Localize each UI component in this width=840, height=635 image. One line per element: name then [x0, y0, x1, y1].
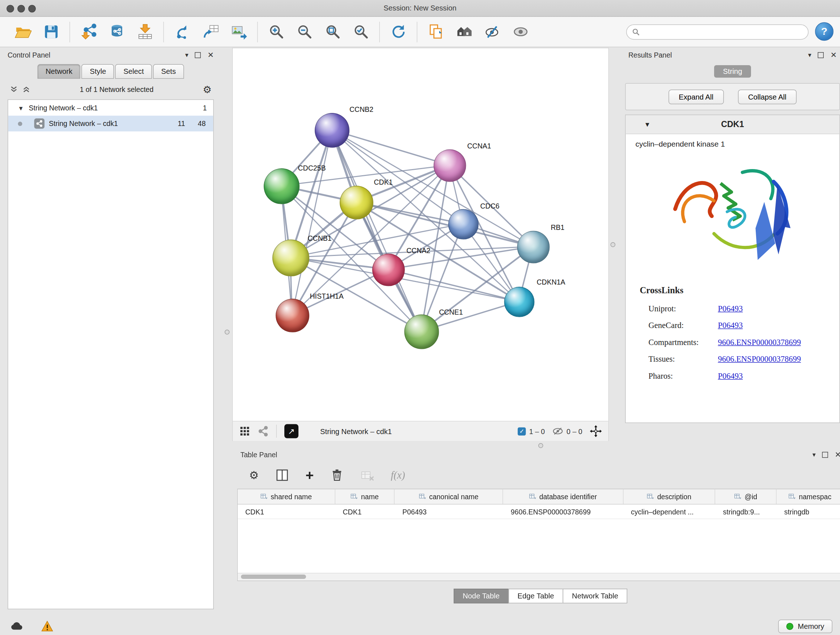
- import-network-database-button[interactable]: [103, 20, 131, 44]
- network-node-cdkn1a[interactable]: [504, 287, 535, 317]
- tab-style[interactable]: Style: [82, 64, 114, 79]
- string-tab[interactable]: String: [714, 65, 751, 78]
- memory-button[interactable]: Memory: [778, 619, 832, 633]
- expand-all-button[interactable]: Expand All: [668, 89, 724, 104]
- cloud-status-button[interactable]: [8, 620, 26, 633]
- function-builder-icon[interactable]: f(x): [391, 469, 405, 481]
- show-hide-panel-button[interactable]: [507, 20, 535, 44]
- network-mode-icon[interactable]: [258, 426, 269, 437]
- network-row-selected[interactable]: String Network – cdk1 11 48: [8, 116, 213, 132]
- horizontal-scrollbar[interactable]: [238, 573, 840, 581]
- new-network-selection-button[interactable]: [168, 20, 196, 44]
- network-node-cdk1[interactable]: [340, 186, 373, 219]
- column-header-description[interactable]: description: [623, 489, 715, 504]
- birdseye-view-button[interactable]: ↗: [284, 424, 298, 439]
- crosslink-link[interactable]: P06493: [718, 304, 743, 314]
- tab-select[interactable]: Select: [115, 64, 152, 79]
- panel-menu-icon[interactable]: ▾: [808, 51, 812, 59]
- open-session-button[interactable]: [9, 20, 37, 44]
- copy-document-button[interactable]: [422, 20, 450, 44]
- table-cell[interactable]: stringdb: [777, 505, 840, 519]
- float-panel-icon[interactable]: [822, 451, 829, 458]
- network-options-gear-icon[interactable]: ⚙: [203, 83, 212, 95]
- new-network-table-button[interactable]: [196, 20, 225, 44]
- save-session-button[interactable]: [37, 20, 65, 44]
- close-panel-icon[interactable]: ✕: [835, 450, 840, 459]
- table-cell[interactable]: stringdb:9...: [715, 505, 777, 519]
- table-cell[interactable]: CDK1: [335, 505, 395, 519]
- column-header-name[interactable]: name: [335, 489, 395, 504]
- column-header-database-identifier[interactable]: database identifier: [503, 489, 623, 504]
- float-panel-icon[interactable]: [195, 52, 201, 58]
- close-panel-icon[interactable]: ✕: [830, 51, 837, 59]
- grid-mode-icon[interactable]: [240, 426, 250, 437]
- network-node-hist1h1a[interactable]: [276, 299, 309, 333]
- column-header-namespac[interactable]: namespac: [777, 489, 840, 504]
- collapse-all-icon[interactable]: [10, 85, 18, 93]
- crosslink-link[interactable]: P06493: [718, 371, 743, 381]
- table-cell[interactable]: CDK1: [238, 505, 335, 519]
- tab-network[interactable]: Network: [37, 64, 80, 79]
- crosslink-link[interactable]: 9606.ENSP00000378699: [718, 338, 801, 347]
- import-network-file-button[interactable]: [74, 20, 103, 44]
- network-canvas[interactable]: CCNB2CCNA1CDC25BCDK1CDC6RB1CCNB1CCNA2CDK…: [233, 49, 608, 421]
- panel-menu-icon[interactable]: ▾: [813, 451, 816, 458]
- network-collection-row[interactable]: ▼ String Network – cdk1 1: [8, 100, 213, 116]
- pan-crosshair-icon[interactable]: [590, 425, 602, 437]
- column-header-@id[interactable]: @id: [715, 489, 777, 504]
- show-columns-icon[interactable]: [275, 468, 289, 482]
- export-image-button[interactable]: [225, 20, 253, 44]
- crosslink-link[interactable]: P06493: [718, 321, 743, 331]
- protein-card-header[interactable]: ▼ CDK1: [626, 115, 840, 134]
- apply-layout-button[interactable]: [384, 20, 412, 44]
- table-cell[interactable]: 9606.ENSP00000378699: [503, 505, 623, 519]
- network-node-ccne1[interactable]: [404, 315, 439, 349]
- home-panels-button[interactable]: [450, 20, 478, 44]
- disclosure-triangle-icon[interactable]: ▼: [18, 105, 26, 111]
- show-graphics-details-button[interactable]: [478, 20, 507, 44]
- warnings-button[interactable]: [38, 620, 57, 633]
- column-header-canonical-name[interactable]: canonical name: [395, 489, 503, 504]
- right-splitter-handle[interactable]: [611, 242, 616, 247]
- tab-network-table[interactable]: Network Table: [563, 589, 628, 603]
- tab-sets[interactable]: Sets: [153, 64, 184, 79]
- table-row[interactable]: CDK1CDK1P064939606.ENSP00000378699cyclin…: [238, 505, 840, 519]
- network-node-ccnb2[interactable]: [315, 113, 349, 148]
- network-selected-status: 1 of 1 Network selected: [30, 85, 203, 93]
- import-table-button[interactable]: [131, 20, 159, 44]
- column-header-shared-name[interactable]: shared name: [238, 489, 335, 504]
- help-button[interactable]: ?: [815, 22, 834, 41]
- network-node-ccna1[interactable]: [434, 149, 466, 182]
- panel-menu-icon[interactable]: ▾: [185, 51, 188, 59]
- delete-column-trash-icon[interactable]: [330, 468, 344, 482]
- collapse-all-button[interactable]: Collapse All: [737, 89, 797, 104]
- search-input[interactable]: [643, 27, 803, 37]
- zoom-fit-button[interactable]: [319, 20, 347, 44]
- bottom-splitter-handle[interactable]: [538, 443, 543, 448]
- create-column-icon[interactable]: +: [305, 470, 314, 481]
- network-node-ccna2[interactable]: [372, 254, 405, 287]
- left-splitter-handle[interactable]: [225, 330, 230, 335]
- tab-node-table[interactable]: Node Table: [453, 589, 508, 603]
- tab-edge-table[interactable]: Edge Table: [508, 589, 563, 603]
- network-node-ccnb1[interactable]: [272, 240, 309, 277]
- selected-checkbox-icon[interactable]: ✓: [518, 427, 526, 435]
- node-table[interactable]: shared namenamecanonical namedatabase id…: [237, 489, 840, 581]
- table-cell[interactable]: P06493: [395, 505, 503, 519]
- network-node-rb1[interactable]: [517, 231, 550, 264]
- scrollbar-thumb[interactable]: [241, 575, 306, 579]
- table-cell[interactable]: cyclin–dependent ...: [623, 505, 715, 519]
- crosslink-label: Tissues:: [640, 355, 718, 364]
- network-node-cdc6[interactable]: [448, 209, 478, 240]
- float-panel-icon[interactable]: [818, 52, 824, 58]
- zoom-selected-button[interactable]: [347, 20, 375, 44]
- network-node-cdc25b[interactable]: [264, 168, 300, 204]
- expand-all-icon[interactable]: [22, 85, 31, 93]
- control-panel-tabs: NetworkStyleSelectSets: [4, 64, 217, 79]
- table-settings-gear-icon[interactable]: ⚙: [249, 469, 259, 482]
- zoom-out-button[interactable]: [291, 20, 319, 44]
- close-panel-icon[interactable]: ✕: [207, 51, 214, 59]
- crosslink-link[interactable]: 9606.ENSP00000378699: [718, 355, 801, 364]
- disclosure-triangle-icon[interactable]: ▼: [644, 120, 651, 128]
- zoom-in-button[interactable]: [262, 20, 291, 44]
